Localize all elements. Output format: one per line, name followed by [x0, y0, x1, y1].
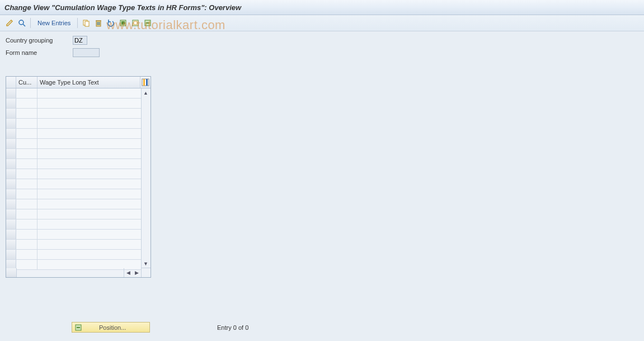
cell-wage-type-text[interactable] [37, 219, 141, 229]
toolbar: New Entries [0, 15, 644, 31]
table-row[interactable] [6, 149, 141, 159]
table-row[interactable] [6, 189, 141, 199]
cell-cumulation[interactable] [16, 169, 37, 179]
row-selector[interactable] [6, 209, 16, 219]
cell-wage-type-text[interactable] [37, 99, 141, 108]
row-selector[interactable] [6, 139, 16, 148]
row-selector[interactable] [6, 189, 16, 199]
table-row[interactable] [6, 219, 141, 230]
cell-wage-type-text[interactable] [37, 209, 141, 219]
scroll-down-icon[interactable]: ▼ [142, 259, 150, 268]
table-row[interactable] [6, 99, 141, 109]
row-selector[interactable] [6, 230, 16, 239]
vertical-scrollbar[interactable]: ▲ ▼ [141, 88, 151, 268]
horizontal-scrollbar[interactable]: ◀ ▶ [124, 268, 151, 277]
scroll-up-icon[interactable]: ▲ [142, 88, 150, 97]
form-name-input[interactable] [73, 48, 100, 57]
svg-rect-16 [143, 79, 145, 86]
row-selector[interactable] [6, 169, 16, 179]
row-selector[interactable] [6, 149, 16, 158]
row-selector[interactable] [6, 199, 16, 209]
copy-icon[interactable] [81, 18, 91, 28]
table-settings-icon[interactable] [140, 77, 151, 88]
svg-rect-15 [142, 79, 149, 86]
row-selector[interactable] [6, 179, 16, 189]
position-label: Position... [99, 324, 126, 331]
table-row[interactable] [6, 240, 141, 250]
row-selector[interactable] [6, 219, 16, 229]
new-entries-button[interactable]: New Entries [34, 20, 74, 26]
table-row[interactable] [6, 159, 141, 169]
details-icon[interactable] [17, 18, 27, 28]
cell-cumulation[interactable] [16, 119, 37, 128]
column-cumulation[interactable]: Cu... [16, 77, 37, 88]
table-row[interactable] [6, 260, 141, 270]
svg-rect-3 [85, 21, 89, 26]
cell-wage-type-text[interactable] [37, 189, 141, 199]
cell-cumulation[interactable] [16, 230, 37, 239]
cell-cumulation[interactable] [16, 260, 37, 269]
cell-cumulation[interactable] [16, 99, 37, 108]
cell-cumulation[interactable] [16, 139, 37, 148]
scroll-left-icon[interactable]: ◀ [124, 268, 133, 277]
row-selector[interactable] [6, 88, 16, 98]
row-selector[interactable] [6, 119, 16, 128]
row-selector[interactable] [6, 109, 16, 118]
row-selector[interactable] [6, 129, 16, 138]
separator [77, 18, 78, 28]
table-row[interactable] [6, 199, 141, 209]
table-row[interactable] [6, 129, 141, 139]
position-button[interactable]: Position... [72, 322, 150, 333]
cell-wage-type-text[interactable] [37, 179, 141, 189]
cell-cumulation[interactable] [16, 209, 37, 219]
wage-type-table: Cu... Wage Type Long Text ▲ ▼ ◀ ▶ [6, 76, 151, 278]
cell-wage-type-text[interactable] [37, 159, 141, 169]
cell-cumulation[interactable] [16, 149, 37, 158]
cell-wage-type-text[interactable] [37, 139, 141, 148]
table-row[interactable] [6, 169, 141, 179]
cell-wage-type-text[interactable] [37, 250, 141, 259]
cell-cumulation[interactable] [16, 189, 37, 199]
deselect-icon[interactable] [130, 18, 140, 28]
cell-cumulation[interactable] [16, 219, 37, 229]
cell-cumulation[interactable] [16, 240, 37, 249]
cell-cumulation[interactable] [16, 179, 37, 189]
print-icon[interactable] [143, 18, 153, 28]
column-selector[interactable] [6, 77, 16, 88]
delete-icon[interactable] [93, 18, 104, 28]
table-row[interactable] [6, 179, 141, 189]
cell-cumulation[interactable] [16, 159, 37, 169]
cell-wage-type-text[interactable] [37, 230, 141, 239]
undo-icon[interactable] [106, 18, 116, 28]
cell-wage-type-text[interactable] [37, 88, 141, 98]
table-row[interactable] [6, 119, 141, 129]
table-row[interactable] [6, 139, 141, 149]
select-all-icon[interactable] [118, 18, 128, 28]
cell-cumulation[interactable] [16, 109, 37, 118]
form-name-row: Form name [6, 47, 644, 58]
row-selector[interactable] [6, 99, 16, 108]
table-row[interactable] [6, 230, 141, 240]
row-selector[interactable] [6, 250, 16, 259]
cell-wage-type-text[interactable] [37, 199, 141, 209]
cell-wage-type-text[interactable] [37, 240, 141, 249]
country-grouping-input[interactable] [73, 36, 87, 45]
scroll-right-icon[interactable]: ▶ [133, 268, 141, 277]
cell-wage-type-text[interactable] [37, 129, 141, 138]
row-selector[interactable] [6, 240, 16, 249]
cell-wage-type-text[interactable] [37, 119, 141, 128]
table-row[interactable] [6, 88, 141, 99]
cell-cumulation[interactable] [16, 199, 37, 209]
cell-cumulation[interactable] [16, 250, 37, 259]
table-row[interactable] [6, 109, 141, 119]
cell-wage-type-text[interactable] [37, 109, 141, 118]
column-wage-type-text[interactable]: Wage Type Long Text [37, 77, 140, 88]
toggle-edit-icon[interactable] [4, 18, 15, 28]
cell-cumulation[interactable] [16, 129, 37, 138]
cell-wage-type-text[interactable] [37, 149, 141, 158]
table-row[interactable] [6, 209, 141, 219]
cell-cumulation[interactable] [16, 88, 37, 98]
table-row[interactable] [6, 250, 141, 260]
row-selector[interactable] [6, 159, 16, 169]
cell-wage-type-text[interactable] [37, 169, 141, 179]
